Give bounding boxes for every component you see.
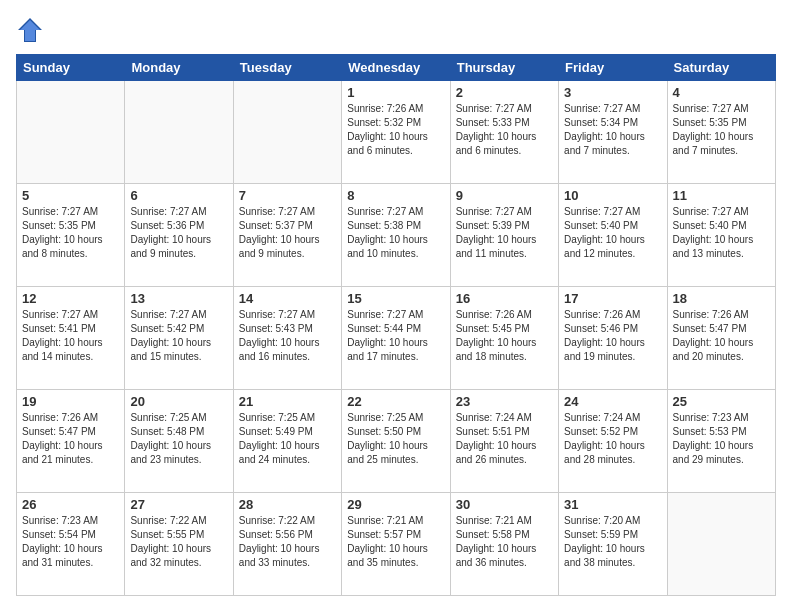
calendar-cell: 2Sunrise: 7:27 AMSunset: 5:33 PMDaylight…	[450, 81, 558, 184]
calendar-cell: 13Sunrise: 7:27 AMSunset: 5:42 PMDayligh…	[125, 287, 233, 390]
header-row: SundayMondayTuesdayWednesdayThursdayFrid…	[17, 55, 776, 81]
day-info: Sunrise: 7:27 AMSunset: 5:36 PMDaylight:…	[130, 205, 227, 261]
day-number: 13	[130, 291, 227, 306]
week-row: 19Sunrise: 7:26 AMSunset: 5:47 PMDayligh…	[17, 390, 776, 493]
logo	[16, 16, 48, 44]
day-info: Sunrise: 7:21 AMSunset: 5:57 PMDaylight:…	[347, 514, 444, 570]
day-info: Sunrise: 7:23 AMSunset: 5:53 PMDaylight:…	[673, 411, 770, 467]
weekday-header: Sunday	[17, 55, 125, 81]
calendar-cell	[17, 81, 125, 184]
day-number: 1	[347, 85, 444, 100]
week-row: 1Sunrise: 7:26 AMSunset: 5:32 PMDaylight…	[17, 81, 776, 184]
calendar-cell: 24Sunrise: 7:24 AMSunset: 5:52 PMDayligh…	[559, 390, 667, 493]
weekday-header: Tuesday	[233, 55, 341, 81]
day-info: Sunrise: 7:26 AMSunset: 5:47 PMDaylight:…	[673, 308, 770, 364]
day-number: 24	[564, 394, 661, 409]
day-number: 31	[564, 497, 661, 512]
calendar-cell: 27Sunrise: 7:22 AMSunset: 5:55 PMDayligh…	[125, 493, 233, 596]
weekday-header: Monday	[125, 55, 233, 81]
week-row: 26Sunrise: 7:23 AMSunset: 5:54 PMDayligh…	[17, 493, 776, 596]
weekday-header: Friday	[559, 55, 667, 81]
day-number: 28	[239, 497, 336, 512]
calendar-cell: 10Sunrise: 7:27 AMSunset: 5:40 PMDayligh…	[559, 184, 667, 287]
calendar-cell	[125, 81, 233, 184]
day-info: Sunrise: 7:20 AMSunset: 5:59 PMDaylight:…	[564, 514, 661, 570]
day-number: 12	[22, 291, 119, 306]
day-number: 19	[22, 394, 119, 409]
logo-icon	[16, 16, 44, 44]
calendar-cell	[233, 81, 341, 184]
day-info: Sunrise: 7:23 AMSunset: 5:54 PMDaylight:…	[22, 514, 119, 570]
day-info: Sunrise: 7:25 AMSunset: 5:49 PMDaylight:…	[239, 411, 336, 467]
day-number: 6	[130, 188, 227, 203]
week-row: 5Sunrise: 7:27 AMSunset: 5:35 PMDaylight…	[17, 184, 776, 287]
calendar-cell: 26Sunrise: 7:23 AMSunset: 5:54 PMDayligh…	[17, 493, 125, 596]
day-info: Sunrise: 7:24 AMSunset: 5:51 PMDaylight:…	[456, 411, 553, 467]
day-info: Sunrise: 7:27 AMSunset: 5:42 PMDaylight:…	[130, 308, 227, 364]
calendar-cell: 17Sunrise: 7:26 AMSunset: 5:46 PMDayligh…	[559, 287, 667, 390]
calendar-cell: 22Sunrise: 7:25 AMSunset: 5:50 PMDayligh…	[342, 390, 450, 493]
calendar-cell: 25Sunrise: 7:23 AMSunset: 5:53 PMDayligh…	[667, 390, 775, 493]
day-info: Sunrise: 7:21 AMSunset: 5:58 PMDaylight:…	[456, 514, 553, 570]
day-info: Sunrise: 7:24 AMSunset: 5:52 PMDaylight:…	[564, 411, 661, 467]
day-info: Sunrise: 7:25 AMSunset: 5:48 PMDaylight:…	[130, 411, 227, 467]
day-number: 23	[456, 394, 553, 409]
calendar-cell	[667, 493, 775, 596]
day-number: 5	[22, 188, 119, 203]
page: SundayMondayTuesdayWednesdayThursdayFrid…	[0, 0, 792, 612]
day-number: 3	[564, 85, 661, 100]
calendar-cell: 3Sunrise: 7:27 AMSunset: 5:34 PMDaylight…	[559, 81, 667, 184]
day-number: 17	[564, 291, 661, 306]
day-number: 15	[347, 291, 444, 306]
calendar-cell: 29Sunrise: 7:21 AMSunset: 5:57 PMDayligh…	[342, 493, 450, 596]
calendar-cell: 9Sunrise: 7:27 AMSunset: 5:39 PMDaylight…	[450, 184, 558, 287]
day-info: Sunrise: 7:27 AMSunset: 5:35 PMDaylight:…	[22, 205, 119, 261]
day-number: 9	[456, 188, 553, 203]
calendar-cell: 23Sunrise: 7:24 AMSunset: 5:51 PMDayligh…	[450, 390, 558, 493]
week-row: 12Sunrise: 7:27 AMSunset: 5:41 PMDayligh…	[17, 287, 776, 390]
day-number: 26	[22, 497, 119, 512]
day-info: Sunrise: 7:27 AMSunset: 5:44 PMDaylight:…	[347, 308, 444, 364]
day-number: 30	[456, 497, 553, 512]
calendar-cell: 31Sunrise: 7:20 AMSunset: 5:59 PMDayligh…	[559, 493, 667, 596]
day-number: 8	[347, 188, 444, 203]
day-info: Sunrise: 7:26 AMSunset: 5:32 PMDaylight:…	[347, 102, 444, 158]
header	[16, 16, 776, 44]
calendar-cell: 1Sunrise: 7:26 AMSunset: 5:32 PMDaylight…	[342, 81, 450, 184]
day-info: Sunrise: 7:27 AMSunset: 5:38 PMDaylight:…	[347, 205, 444, 261]
calendar-cell: 15Sunrise: 7:27 AMSunset: 5:44 PMDayligh…	[342, 287, 450, 390]
calendar-cell: 7Sunrise: 7:27 AMSunset: 5:37 PMDaylight…	[233, 184, 341, 287]
day-number: 18	[673, 291, 770, 306]
calendar-cell: 5Sunrise: 7:27 AMSunset: 5:35 PMDaylight…	[17, 184, 125, 287]
day-info: Sunrise: 7:27 AMSunset: 5:40 PMDaylight:…	[564, 205, 661, 261]
day-info: Sunrise: 7:27 AMSunset: 5:34 PMDaylight:…	[564, 102, 661, 158]
weekday-header: Wednesday	[342, 55, 450, 81]
day-number: 27	[130, 497, 227, 512]
day-number: 29	[347, 497, 444, 512]
day-number: 2	[456, 85, 553, 100]
day-number: 14	[239, 291, 336, 306]
day-info: Sunrise: 7:22 AMSunset: 5:55 PMDaylight:…	[130, 514, 227, 570]
calendar-cell: 20Sunrise: 7:25 AMSunset: 5:48 PMDayligh…	[125, 390, 233, 493]
weekday-header: Thursday	[450, 55, 558, 81]
day-number: 10	[564, 188, 661, 203]
day-number: 25	[673, 394, 770, 409]
calendar-cell: 16Sunrise: 7:26 AMSunset: 5:45 PMDayligh…	[450, 287, 558, 390]
day-info: Sunrise: 7:27 AMSunset: 5:41 PMDaylight:…	[22, 308, 119, 364]
calendar-cell: 19Sunrise: 7:26 AMSunset: 5:47 PMDayligh…	[17, 390, 125, 493]
day-number: 4	[673, 85, 770, 100]
calendar-table: SundayMondayTuesdayWednesdayThursdayFrid…	[16, 54, 776, 596]
day-info: Sunrise: 7:26 AMSunset: 5:47 PMDaylight:…	[22, 411, 119, 467]
day-number: 16	[456, 291, 553, 306]
calendar-cell: 14Sunrise: 7:27 AMSunset: 5:43 PMDayligh…	[233, 287, 341, 390]
calendar-cell: 12Sunrise: 7:27 AMSunset: 5:41 PMDayligh…	[17, 287, 125, 390]
calendar-cell: 11Sunrise: 7:27 AMSunset: 5:40 PMDayligh…	[667, 184, 775, 287]
calendar-cell: 30Sunrise: 7:21 AMSunset: 5:58 PMDayligh…	[450, 493, 558, 596]
calendar-cell: 28Sunrise: 7:22 AMSunset: 5:56 PMDayligh…	[233, 493, 341, 596]
day-number: 11	[673, 188, 770, 203]
weekday-header: Saturday	[667, 55, 775, 81]
day-number: 21	[239, 394, 336, 409]
day-info: Sunrise: 7:22 AMSunset: 5:56 PMDaylight:…	[239, 514, 336, 570]
day-info: Sunrise: 7:25 AMSunset: 5:50 PMDaylight:…	[347, 411, 444, 467]
day-number: 20	[130, 394, 227, 409]
